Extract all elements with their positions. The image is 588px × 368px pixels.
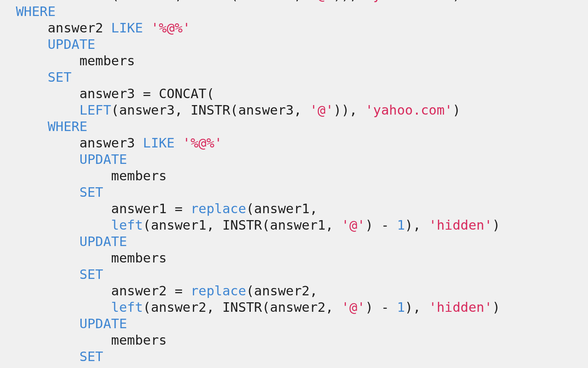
token-kw: UPDATE (80, 152, 127, 167)
token-kw: WHERE (16, 4, 56, 19)
token-kw: UPDATE (80, 234, 127, 249)
token-kw: LIKE (111, 20, 143, 35)
token-str: 'yahoo.com' (365, 0, 453, 3)
code-content: LEFT(answer2, INSTR(answer2, '@')), 'yah… (0, 0, 500, 368)
token-kw: UPDATE (48, 37, 95, 52)
token-fn: left (111, 218, 143, 233)
token-kw: WHERE (48, 119, 87, 134)
token-str: '@' (310, 102, 333, 118)
token-str: 'hidden' (429, 218, 492, 233)
token-fn2: replace (191, 283, 246, 298)
token-str: '@' (342, 300, 365, 315)
token-str: '@' (342, 218, 365, 233)
token-fn: LEFT (80, 102, 111, 118)
token-kw: UPDATE (80, 316, 127, 331)
token-fn2: replace (191, 201, 246, 216)
token-kw: SET (48, 70, 71, 85)
sql-code-block: LEFT(answer2, INSTR(answer2, '@')), 'yah… (0, 0, 588, 368)
token-str: '@' (310, 0, 333, 3)
token-str: '%@%' (151, 20, 191, 35)
token-kw: SET (80, 185, 103, 200)
token-num (214, 365, 222, 368)
token-str: 'hidden' (429, 300, 492, 315)
token-num: 1 (397, 218, 405, 233)
token-str: '%@%' (182, 135, 222, 150)
token-num: 1 (397, 300, 405, 315)
token-kw: LIKE (143, 135, 175, 150)
token-kw: SET (80, 267, 103, 282)
token-kw: SET (80, 349, 103, 364)
token-fn: LEFT (80, 0, 111, 3)
token-fn: left (111, 300, 143, 315)
token-str: 'yahoo.com' (365, 102, 453, 118)
